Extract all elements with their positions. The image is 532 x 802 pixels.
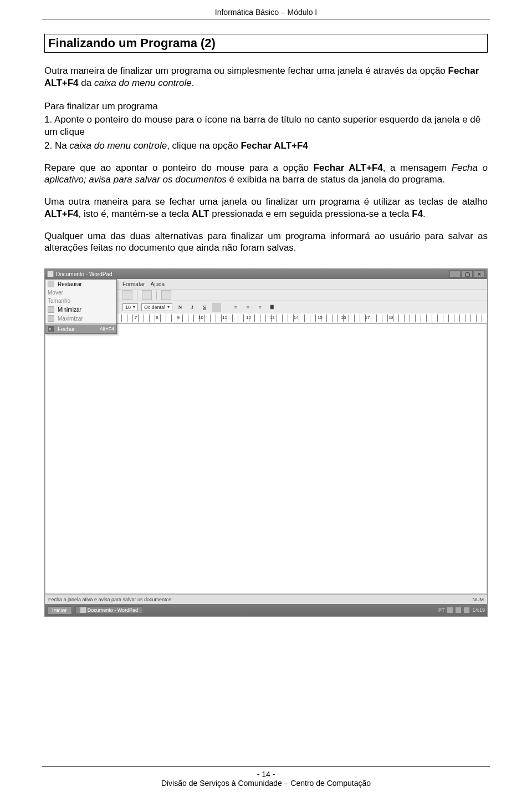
close-icon: × [48,326,54,332]
charset-value: Ocidental [144,304,165,310]
control-menu: Restaurar Mover Tamanho Minimizar Maximi… [45,279,117,334]
paragraph-3: Qualquer uma das duas alternativas para … [44,230,488,255]
p2-a: Uma outra maneira para se fechar uma jan… [44,196,488,207]
p2-c: pressionada e em seguida pressiona-se a … [209,209,412,219]
close-button[interactable]: × [474,270,485,278]
restore-icon [48,281,54,287]
ruler-num: 18 [388,315,393,320]
p1-c: é exibida na barra de status da janela d… [227,174,445,185]
page-number: - 14 - [0,770,532,779]
tray-icon[interactable] [447,607,453,613]
ruler-num: 14 [294,315,299,320]
bold-button[interactable]: N [176,303,185,312]
ctrl-tamanho-label: Tamanho [48,298,70,304]
ctrl-restaurar-label: Restaurar [58,281,82,287]
ctrl-minimizar[interactable]: Minimizar [45,305,116,314]
ctrl-tamanho[interactable]: Tamanho [45,297,116,305]
status-num: NUM [473,597,484,602]
step2-italic: caixa do menu controle [69,140,167,151]
p1-a: Repare que ao apontar o ponteiro do mous… [44,163,314,173]
step-1: 1. Aponte o ponteiro do mouse para o íco… [44,114,488,138]
ruler-num: 16 [341,315,346,320]
minimize-icon [48,306,54,313]
tray-icon[interactable] [464,607,469,613]
document-icon[interactable] [47,271,54,277]
toolbar-button[interactable] [142,290,152,300]
menu-ajuda[interactable]: Ajuda [151,281,165,287]
start-button[interactable]: Iniciar [47,606,72,615]
p2-bold3: F4 [412,209,423,219]
ctrl-restaurar[interactable]: Restaurar [45,280,116,288]
app-icon [80,607,86,613]
underline-button[interactable]: S [200,303,209,312]
ruler-num: 11 [222,315,227,320]
page-header: Informática Básico – Módulo I [42,0,490,19]
chevron-down-icon: ▾ [167,304,170,309]
ctrl-fechar-shortcut: Alt+F4 [100,326,114,332]
status-bar: Fecha a janela ativa e avisa para salvar… [45,594,487,604]
chevron-down-icon: ▾ [133,304,135,309]
minimize-button[interactable]: _ [449,270,461,278]
taskbar-app-label: Documento - WordPad [88,607,138,613]
taskbar-app-button[interactable]: Documento - WordPad [75,606,143,614]
taskbar: Iniciar Documento - WordPad PT 14:19 [45,604,487,616]
toolbar-button[interactable] [161,290,171,300]
status-message: Fecha a janela ativa e avisa para salvar… [48,597,171,602]
ruler-num: 8 [156,315,158,320]
intro-text-b: da [79,78,94,88]
intro-paragraph: Outra maneira de finalizar um programa o… [44,65,488,89]
intro-text-c: . [192,78,195,88]
ruler-num: 12 [246,315,251,320]
window-title: Documento - WordPad [56,271,112,277]
intro-text-a: Outra maneira de finalizar um programa o… [44,65,448,76]
align-right-button[interactable]: ≡ [255,303,264,312]
ctrl-fechar[interactable]: ×FecharAlt+F4 [45,324,116,333]
ruler-num: 10 [198,315,203,320]
align-center-button[interactable]: ≡ [243,303,252,312]
color-button[interactable] [212,303,221,312]
maximize-button[interactable]: ▢ [462,270,473,278]
steps-heading: Para finalizar um programa [44,100,488,113]
ruler-num: 13 [270,315,275,320]
step2-bold: Fechar ALT+F4 [241,140,308,151]
ruler-num: 9 [177,315,180,320]
step-2: 2. Na caixa do menu controle, clique na … [44,140,488,152]
paragraph-1: Repare que ao apontar o ponteiro do mous… [44,162,488,186]
intro-italic: caixa do menu controle [94,78,192,88]
p2-bold2: ALT [192,209,209,219]
bullets-button[interactable]: ≣ [268,303,277,312]
ruler-num: 7 [135,315,137,320]
section-title: Finalizando um Programa (2) [44,34,488,53]
ruler-num: 17 [365,315,370,320]
tray-icon[interactable] [456,607,461,613]
p1-bold1: Fechar ALT+F4 [314,163,383,173]
toolbar-button[interactable] [122,290,132,300]
clock[interactable]: 14:19 [472,607,485,613]
step2-a: 2. Na [44,140,69,151]
p1-b: , a mensagem [383,163,452,173]
ctrl-fechar-label: Fechar [58,326,75,332]
ctrl-maximizar-label: Maximizar [58,316,83,322]
document-area[interactable] [45,323,487,594]
fontsize-value: 10 [125,304,131,310]
menu-formatar[interactable]: Formatar [122,281,145,287]
page-footer: - 14 - Divisão de Serviços à Comunidade … [0,766,532,788]
ruler-num: 15 [318,315,323,320]
system-tray: PT 14:19 [438,607,485,613]
fontsize-combo[interactable]: 10▾ [122,303,138,311]
ctrl-maximizar[interactable]: Maximizar [45,314,116,323]
step2-b: , clique na opção [167,140,241,151]
italic-button[interactable]: I [188,303,197,312]
wordpad-screenshot: Documento - WordPad _ ▢ × Restaurar Move… [44,268,488,617]
maximize-icon [48,315,54,322]
window-titlebar[interactable]: Documento - WordPad _ ▢ × [45,269,487,279]
ctrl-minimizar-label: Minimizar [58,307,81,313]
p2-b: , isto é, mantém-se a tecla [79,209,192,219]
footer-text: Divisão de Serviços à Comunidade – Centr… [0,779,532,788]
lang-indicator[interactable]: PT [438,607,445,613]
ctrl-mover[interactable]: Mover [45,288,116,297]
align-left-button[interactable]: ≡ [231,303,240,312]
p2-d: . [423,209,426,219]
p2-bold1: ALT+F4 [44,209,79,219]
charset-combo[interactable]: Ocidental▾ [141,303,172,311]
